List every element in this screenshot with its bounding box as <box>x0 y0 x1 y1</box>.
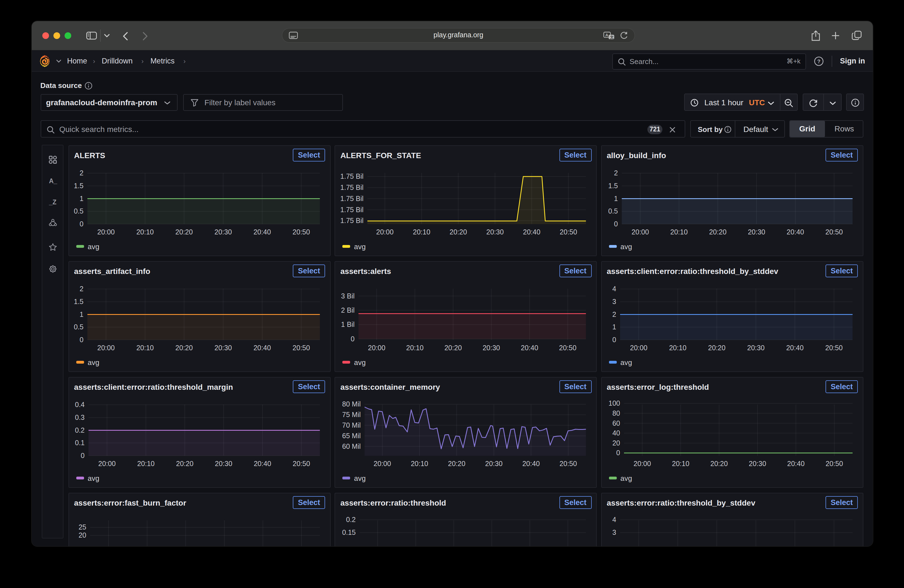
svg-text:1.75 Bil: 1.75 Bil <box>340 217 363 224</box>
svg-text:20:10: 20:10 <box>670 228 687 236</box>
svg-text:1: 1 <box>79 194 83 202</box>
svg-text:20:20: 20:20 <box>175 343 193 351</box>
svg-text:20:30: 20:30 <box>485 459 503 467</box>
svg-text:20:10: 20:10 <box>411 459 428 467</box>
svg-text:20:50: 20:50 <box>825 459 843 467</box>
svg-text:1.75 Bil: 1.75 Bil <box>340 183 363 191</box>
svg-text:20:10: 20:10 <box>669 343 686 351</box>
svg-text:20: 20 <box>78 531 86 539</box>
svg-text:25: 25 <box>78 523 86 531</box>
svg-text:1 Bil: 1 Bil <box>341 320 355 328</box>
svg-text:20:40: 20:40 <box>253 343 271 351</box>
svg-text:20:50: 20:50 <box>825 343 842 351</box>
svg-text:4: 4 <box>612 285 616 292</box>
svg-text:20:30: 20:30 <box>747 343 765 351</box>
svg-text:20:40: 20:40 <box>253 228 271 236</box>
svg-text:0.2: 0.2 <box>74 426 84 434</box>
svg-text:20:40: 20:40 <box>786 228 804 236</box>
svg-text:80: 80 <box>612 409 620 417</box>
svg-text:20:20: 20:20 <box>709 228 726 236</box>
svg-text:20:50: 20:50 <box>292 343 310 351</box>
svg-text:2 Bil: 2 Bil <box>341 306 355 314</box>
svg-text:100: 100 <box>608 399 620 407</box>
svg-text:文: 文 <box>610 35 614 39</box>
svg-text:60 Mil: 60 Mil <box>342 442 361 450</box>
svg-text:20:40: 20:40 <box>523 228 541 236</box>
svg-text:_Z: _Z <box>49 199 56 206</box>
svg-text:0: 0 <box>79 335 83 343</box>
svg-text:1: 1 <box>614 194 618 202</box>
svg-text:20:10: 20:10 <box>136 228 153 236</box>
svg-text:3 Bil: 3 Bil <box>341 292 355 300</box>
svg-text:1.75 Bil: 1.75 Bil <box>340 205 363 213</box>
svg-text:0.5: 0.5 <box>608 207 618 215</box>
svg-text:2: 2 <box>614 169 618 177</box>
svg-text:0: 0 <box>351 335 355 343</box>
svg-text:0.2: 0.2 <box>346 515 356 523</box>
svg-text:70 Mil: 70 Mil <box>342 421 361 429</box>
svg-text:20:20: 20:20 <box>710 459 727 467</box>
svg-text:40: 40 <box>612 429 620 436</box>
svg-text:4: 4 <box>612 515 616 523</box>
svg-text:20:10: 20:10 <box>406 343 424 351</box>
svg-text:80 Mil: 80 Mil <box>342 400 361 408</box>
svg-text:20:10: 20:10 <box>137 459 155 467</box>
svg-text:A_: A_ <box>49 177 57 185</box>
svg-text:1.5: 1.5 <box>73 182 83 189</box>
svg-text:65 Mil: 65 Mil <box>342 432 361 439</box>
svg-text:0: 0 <box>612 335 616 343</box>
svg-text:20:30: 20:30 <box>748 459 766 467</box>
svg-text:20:00: 20:00 <box>97 343 115 351</box>
svg-text:0: 0 <box>81 451 84 459</box>
svg-text:20:20: 20:20 <box>708 343 725 351</box>
svg-text:0.5: 0.5 <box>73 322 83 330</box>
svg-text:2: 2 <box>612 310 616 318</box>
svg-text:2: 2 <box>79 285 83 292</box>
svg-text:20:20: 20:20 <box>448 459 466 467</box>
svg-text:20:50: 20:50 <box>292 228 310 236</box>
svg-text:20:20: 20:20 <box>175 228 193 236</box>
svg-text:20:30: 20:30 <box>214 228 232 236</box>
svg-text:0.3: 0.3 <box>74 413 84 421</box>
svg-text:20:20: 20:20 <box>176 459 193 467</box>
svg-text:60: 60 <box>612 419 620 427</box>
svg-text:1.5: 1.5 <box>608 182 618 189</box>
svg-text:20: 20 <box>612 439 620 447</box>
svg-text:20:00: 20:00 <box>368 343 386 351</box>
svg-text:20:40: 20:40 <box>521 343 538 351</box>
svg-text:20:40: 20:40 <box>522 459 540 467</box>
svg-text:0: 0 <box>614 220 618 228</box>
svg-text:20:00: 20:00 <box>97 228 115 236</box>
svg-text:0: 0 <box>616 449 620 456</box>
svg-text:20:40: 20:40 <box>787 459 804 467</box>
svg-text:75 Mil: 75 Mil <box>342 410 361 418</box>
svg-text:2: 2 <box>79 169 83 177</box>
svg-text:20:50: 20:50 <box>825 228 843 236</box>
svg-text:20:30: 20:30 <box>214 343 232 351</box>
svg-text:A: A <box>605 32 608 37</box>
svg-text:1.75 Bil: 1.75 Bil <box>340 194 363 202</box>
svg-text:20:00: 20:00 <box>373 459 391 467</box>
svg-text:20:40: 20:40 <box>786 343 803 351</box>
svg-text:20:40: 20:40 <box>254 459 271 467</box>
svg-text:0.1: 0.1 <box>74 438 84 446</box>
svg-text:1: 1 <box>612 322 616 330</box>
svg-text:20:00: 20:00 <box>98 459 115 467</box>
svg-text:20:00: 20:00 <box>633 459 651 467</box>
svg-text:3: 3 <box>612 528 616 536</box>
svg-text:3: 3 <box>612 297 616 305</box>
svg-text:20:20: 20:20 <box>449 228 467 236</box>
svg-text:1: 1 <box>79 310 83 318</box>
svg-text:0.15: 0.15 <box>342 528 356 536</box>
svg-text:20:10: 20:10 <box>413 228 431 236</box>
svg-text:20:50: 20:50 <box>559 459 577 467</box>
svg-text:20:30: 20:30 <box>215 459 232 467</box>
svg-text:20:30: 20:30 <box>483 343 500 351</box>
svg-text:20:10: 20:10 <box>136 343 153 351</box>
svg-text:1.75 Bil: 1.75 Bil <box>340 172 363 180</box>
svg-text:20:00: 20:00 <box>630 343 647 351</box>
svg-text:20:50: 20:50 <box>560 228 577 236</box>
svg-text:20:50: 20:50 <box>559 343 577 351</box>
svg-text:?: ? <box>817 58 820 64</box>
svg-text:20:00: 20:00 <box>376 228 394 236</box>
